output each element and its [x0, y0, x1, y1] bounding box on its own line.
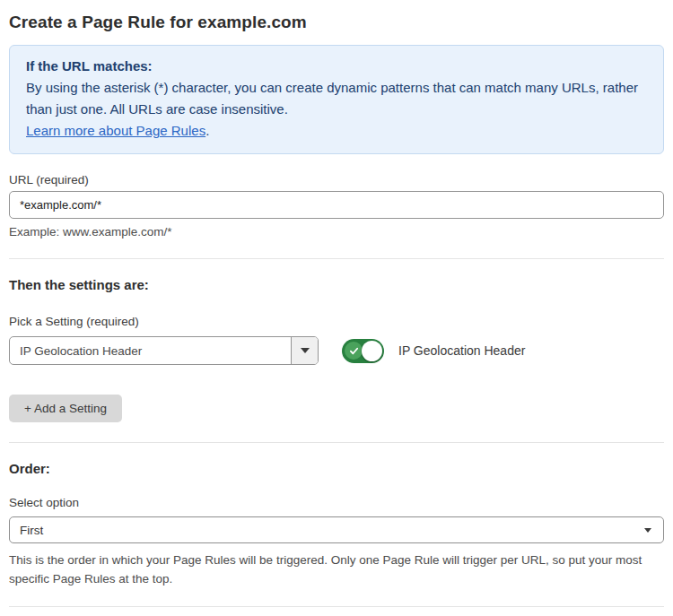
order-heading: Order: [9, 461, 664, 476]
setting-picker-value: IP Geolocation Header [10, 337, 291, 364]
divider [9, 606, 664, 607]
toggle-label: IP Geolocation Header [398, 343, 525, 358]
url-label: URL (required) [9, 173, 664, 187]
learn-more-link[interactable]: Learn more about Page Rules [26, 123, 205, 138]
link-period: . [205, 123, 209, 138]
settings-heading: Then the settings are: [9, 277, 664, 292]
add-setting-button[interactable]: + Add a Setting [9, 395, 122, 422]
order-select[interactable]: First [9, 516, 664, 543]
pick-setting-label: Pick a Setting (required) [9, 315, 664, 328]
url-example-helper: Example: www.example.com/* [9, 225, 664, 239]
info-box-body: By using the asterisk (*) character, you… [26, 77, 647, 120]
page-title: Create a Page Rule for example.com [9, 13, 664, 32]
create-page-rule-form: Create a Page Rule for example.com If th… [0, 0, 673, 616]
check-icon [345, 342, 363, 360]
setting-row: IP Geolocation Header IP Geolocation Hea… [9, 336, 664, 365]
setting-picker-arrow-button[interactable] [291, 337, 318, 364]
caret-down-icon [301, 348, 310, 353]
toggle-knob [362, 341, 382, 361]
divider [9, 258, 664, 259]
caret-down-icon [644, 528, 651, 533]
setting-picker-dropdown[interactable]: IP Geolocation Header [9, 336, 319, 365]
select-option-label: Select option [9, 496, 664, 509]
order-helper-text: This is the order in which your Page Rul… [9, 551, 664, 588]
order-select-value: First [20, 524, 43, 537]
url-matches-info-box: If the URL matches: By using the asteris… [9, 45, 664, 154]
info-box-heading: If the URL matches: [26, 56, 647, 77]
url-input[interactable] [9, 191, 664, 219]
info-box-link-line: Learn more about Page Rules. [26, 120, 647, 142]
divider [9, 442, 664, 443]
ip-geolocation-toggle[interactable] [342, 339, 384, 363]
